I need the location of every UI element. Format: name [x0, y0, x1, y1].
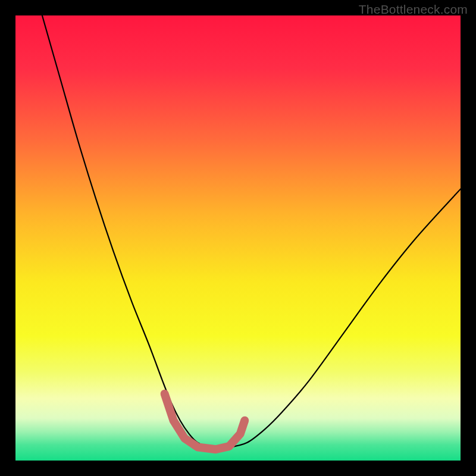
watermark-text: TheBottleneck.com — [359, 2, 468, 17]
bottleneck-curve — [42, 15, 461, 447]
outer-frame: TheBottleneck.com — [0, 0, 476, 476]
chart-svg — [15, 15, 461, 461]
optimal-zone-highlight — [165, 394, 245, 450]
plot-area — [15, 15, 461, 461]
